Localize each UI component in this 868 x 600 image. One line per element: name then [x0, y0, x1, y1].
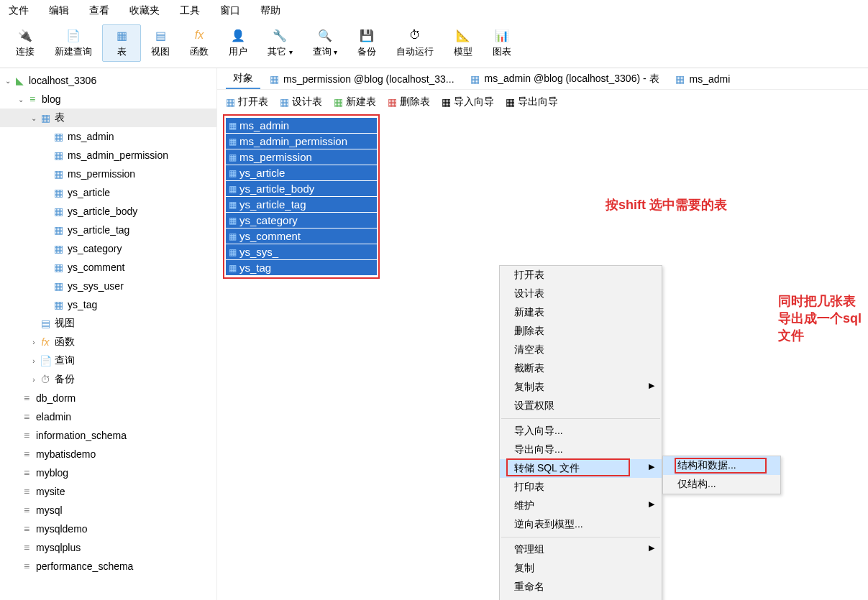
sub-structure-only[interactable]: 仅结构...: [663, 475, 780, 494]
ctx-reverse[interactable]: 逆向表到模型...: [500, 515, 662, 534]
ctx-perm[interactable]: 设置权限: [500, 397, 662, 415]
chevron-down-icon: ▾: [334, 48, 337, 56]
menu-fav[interactable]: 收藏夹: [129, 4, 160, 17]
selected-table-item[interactable]: ▦ys_tag: [226, 260, 377, 275]
tree-table-item[interactable]: ▦ys_sys_user: [0, 277, 216, 295]
tb-view[interactable]: ▤视图: [141, 24, 180, 62]
tree-db-item[interactable]: ≡mysql: [0, 501, 216, 520]
ctx-empty[interactable]: 清空表: [500, 341, 662, 359]
tb-newquery[interactable]: 📄新建查询: [45, 24, 102, 62]
tree-table-item[interactable]: ▦ys_comment: [0, 258, 216, 277]
tree-db-item[interactable]: ≡mysqldemo: [0, 520, 216, 538]
selected-table-item[interactable]: ▦ys_article_body: [226, 181, 377, 196]
ctx-new[interactable]: 新建表: [500, 303, 662, 322]
sidebar[interactable]: ⌄◣localhost_3306 ⌄≡blog ⌄▦表 ▦ms_admin▦ms…: [0, 68, 217, 600]
sb-del[interactable]: ▦删除表: [388, 96, 430, 109]
tree-db-item[interactable]: ≡mysqlplus: [0, 538, 216, 557]
ctx-dump-sql[interactable]: 转储 SQL 文件▶: [500, 459, 662, 478]
tree-func-node[interactable]: ›fx函数: [0, 333, 216, 351]
sb-import[interactable]: ▦导入向导: [442, 96, 494, 109]
tb-connect[interactable]: 🔌连接: [6, 24, 45, 62]
menu-view[interactable]: 查看: [89, 4, 109, 17]
tb-user[interactable]: 👤用户: [219, 24, 257, 62]
tree-table-item[interactable]: ▦ms_admin: [0, 127, 216, 146]
sb-new[interactable]: ▦新建表: [334, 96, 376, 109]
tree-table-item[interactable]: ▦ys_category: [0, 239, 216, 258]
tree-backup-node[interactable]: ›⏱备份: [0, 370, 216, 389]
ctx-group[interactable]: 管理组▶: [500, 540, 662, 559]
ctx-copy[interactable]: 复制: [500, 559, 662, 578]
ctx-shortcut[interactable]: 创建打开表快捷方式...: [500, 596, 662, 600]
ctx-print[interactable]: 打印表: [500, 478, 662, 497]
menu-window[interactable]: 窗口: [220, 4, 240, 17]
tree-db-item[interactable]: ≡myblog: [0, 463, 216, 482]
tree-table-item[interactable]: ▦ms_admin_permission: [0, 146, 216, 165]
menu-help[interactable]: 帮助: [260, 4, 280, 17]
tb-other[interactable]: 🔧其它 ▾: [257, 24, 303, 62]
tree-db-item[interactable]: ≡db_dorm: [0, 389, 216, 407]
tb-chart[interactable]: 📊图表: [483, 24, 521, 62]
tree-db-blog[interactable]: ⌄≡blog: [0, 90, 216, 109]
ctx-open[interactable]: 打开表: [500, 266, 662, 285]
tree-table-item[interactable]: ▦ys_tag: [0, 295, 216, 314]
tree-table-item[interactable]: ▦ys_article_tag: [0, 221, 216, 239]
tree-table-item[interactable]: ▦ms_permission: [0, 165, 216, 183]
ctx-trunc[interactable]: 截断表: [500, 359, 662, 378]
tb-func[interactable]: fx函数: [180, 24, 219, 62]
open-table-icon: ▦: [226, 96, 235, 108]
selected-table-item[interactable]: ▦ms_admin: [226, 118, 377, 133]
tree-tables-node[interactable]: ⌄▦表: [0, 109, 216, 127]
tb-model[interactable]: 📐模型: [444, 24, 483, 62]
menu-file[interactable]: 文件: [9, 4, 29, 17]
selected-table-item[interactable]: ▦ys_sys_: [226, 244, 377, 259]
tb-query[interactable]: 🔍查询 ▾: [303, 24, 348, 62]
tree-connection[interactable]: ⌄◣localhost_3306: [0, 71, 216, 90]
fx-icon: fx: [191, 28, 208, 42]
context-menu[interactable]: 打开表 设计表 新建表 删除表 清空表 截断表 复制表▶ 设置权限 导入向导..…: [499, 265, 662, 600]
selected-table-item[interactable]: ▦ys_category: [226, 213, 377, 228]
tb-table[interactable]: ▦表: [102, 24, 141, 62]
tree-db-item[interactable]: ≡mysite: [0, 482, 216, 501]
sb-export[interactable]: ▦导出向导: [506, 96, 558, 109]
selected-table-item[interactable]: ▦ms_permission: [226, 149, 377, 165]
ctx-import-wizard[interactable]: 导入向导...: [500, 422, 662, 440]
table-icon: ▦: [52, 206, 65, 217]
tree-db-item[interactable]: ≡information_schema: [0, 426, 216, 445]
tab-ms-permission[interactable]: ▦ms_permission @blog (localhost_33...: [260, 68, 462, 89]
ctx-rename[interactable]: 重命名: [500, 578, 662, 596]
ctx-maint[interactable]: 维护▶: [500, 497, 662, 515]
database-icon: ≡: [20, 504, 33, 516]
tree-db-item[interactable]: ≡mybatisdemo: [0, 445, 216, 463]
ctx-copy-table[interactable]: 复制表▶: [500, 378, 662, 397]
tree-view-node[interactable]: ▤视图: [0, 314, 216, 333]
selected-table-item[interactable]: ▦ys_article: [226, 165, 377, 180]
database-icon: ≡: [26, 93, 39, 105]
ctx-export-wizard[interactable]: 导出向导...: [500, 440, 662, 459]
selected-table-item[interactable]: ▦ms_admin_permission: [226, 134, 377, 149]
import-icon: ▦: [442, 96, 451, 108]
tree-db-item[interactable]: ≡eladmin: [0, 407, 216, 426]
tree-db-item[interactable]: ≡performance_schema: [0, 557, 216, 576]
plug-icon: 🔌: [17, 28, 34, 42]
tab-ms-admi[interactable]: ▦ms_admi: [667, 68, 738, 89]
selected-table-item[interactable]: ▦ys_comment: [226, 229, 377, 244]
tree-query-node[interactable]: ›📄查询: [0, 351, 216, 370]
table-icon: ▦: [52, 280, 65, 292]
menu-edit[interactable]: 编辑: [49, 4, 69, 17]
sb-design[interactable]: ▦设计表: [280, 96, 322, 109]
tree-table-item[interactable]: ▦ys_article: [0, 183, 216, 202]
tab-objects[interactable]: 对象: [226, 68, 260, 89]
submenu-dump[interactable]: 结构和数据... 仅结构...: [662, 456, 781, 494]
tree-table-item[interactable]: ▦ys_article_body: [0, 202, 216, 221]
sub-structure-data[interactable]: 结构和数据...: [663, 456, 780, 475]
tb-auto[interactable]: ⏱自动运行: [386, 24, 444, 62]
database-icon: ≡: [20, 467, 33, 479]
chevron-right-icon: ▶: [649, 499, 654, 509]
menu-tools[interactable]: 工具: [180, 4, 200, 17]
ctx-del[interactable]: 删除表: [500, 322, 662, 341]
sb-open[interactable]: ▦打开表: [226, 96, 268, 109]
tb-backup[interactable]: 💾备份: [347, 24, 386, 62]
ctx-design[interactable]: 设计表: [500, 285, 662, 303]
selected-table-item[interactable]: ▦ys_article_tag: [226, 197, 377, 212]
tab-ms-admin[interactable]: ▦ms_admin @blog (localhost_3306) - 表: [462, 68, 667, 89]
